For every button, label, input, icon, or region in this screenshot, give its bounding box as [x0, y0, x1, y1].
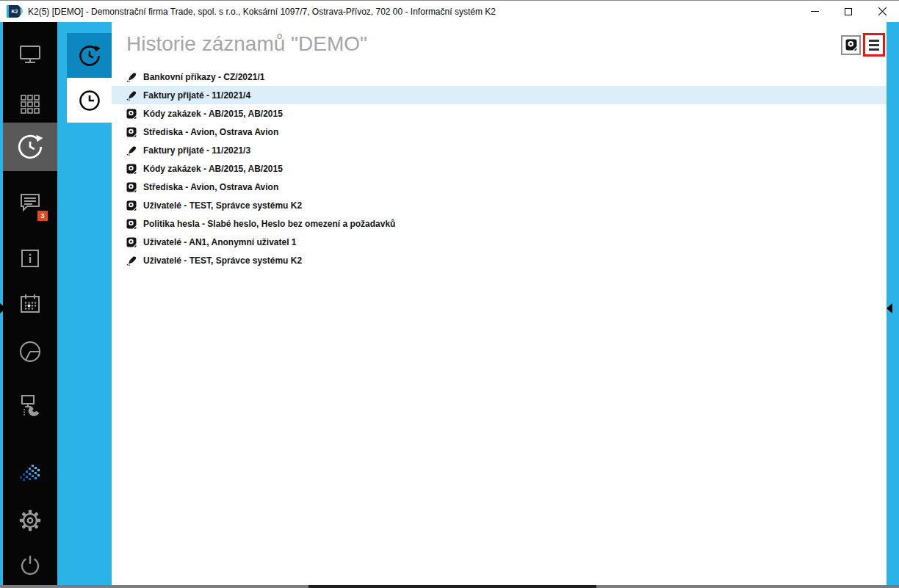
pencil-icon: [126, 145, 137, 156]
record-type-icon: [126, 255, 137, 266]
info-icon: [19, 247, 41, 269]
record-label: Faktury přijaté - 11/2021/4: [143, 90, 250, 101]
menu-button-highlighted[interactable]: [863, 33, 885, 57]
close-button[interactable]: [865, 1, 899, 22]
sidebar-item-calendar[interactable]: [3, 288, 57, 320]
titlebar: K2 K2(5) [DEMO] - Demonstrační firma Tra…: [0, 0, 899, 22]
k2-window: K2 K2(5) [DEMO] - Demonstrační firma Tra…: [0, 0, 899, 588]
monitor-icon: [18, 43, 42, 65]
history-record-row[interactable]: Bankovní příkazy - CZ/2021/1: [112, 68, 887, 86]
minimize-icon: [811, 11, 819, 12]
history-record-row[interactable]: Uživatelé - TEST, Správce systému K2: [112, 196, 887, 214]
record-type-icon: [126, 219, 137, 229]
history-clock-icon: [15, 132, 45, 161]
pencil-icon: [126, 72, 137, 82]
record-label: Uživatelé - AN1, Anonymní uživatel 1: [143, 237, 297, 247]
sparkle-icon: [18, 464, 42, 483]
window-title: K2(5) [DEMO] - Demonstrační firma Trade,…: [28, 7, 496, 17]
hamburger-icon: [869, 40, 879, 42]
record-actions-button[interactable]: [841, 35, 861, 55]
record-type-icon: [126, 90, 137, 101]
history-record-row[interactable]: Střediska - Avion, Ostrava Avion: [112, 123, 887, 141]
record-type-icon: [126, 200, 137, 211]
records-list: Bankovní příkazy - CZ/2021/1 Faktury při…: [112, 68, 887, 269]
record-type-icon: [126, 237, 137, 247]
bottom-window-edge: [0, 585, 899, 588]
sidebar-item-reports[interactable]: [3, 335, 57, 368]
messages-count-badge: 3: [37, 211, 48, 221]
record-label: Politika hesla - Slabé heslo, Heslo bez …: [143, 219, 395, 229]
main-content: Historie záznamů "DEMO": [112, 22, 887, 585]
record-label: Kódy zakázek - AB/2015, AB/2015: [143, 164, 283, 174]
workstation-phone-icon: [18, 393, 43, 418]
record-label: Bankovní příkazy - CZ/2021/1: [143, 72, 264, 82]
history-record-row[interactable]: Uživatelé - AN1, Anonymní uživatel 1: [112, 233, 887, 251]
taskbar-peek: [308, 585, 596, 588]
secondary-sidebar: [57, 22, 112, 585]
history-clock-icon: [77, 43, 102, 68]
close-icon: [878, 7, 887, 16]
sidebar-item-phone[interactable]: [3, 389, 57, 421]
sidebar-item-information[interactable]: [3, 242, 57, 275]
calendar-icon: [18, 292, 42, 316]
power-icon: [18, 553, 43, 578]
history-record-row[interactable]: Uživatelé - TEST, Správce systému K2: [112, 251, 887, 269]
record-label: Uživatelé - TEST, Správce systému K2: [143, 255, 302, 266]
record-label: Střediska - Avion, Ostrava Avion: [143, 182, 278, 192]
app-body: 3: [0, 22, 899, 585]
sidebar-item-messages[interactable]: 3: [3, 186, 57, 219]
record-icon: [126, 109, 137, 119]
subsidebar-item-recent[interactable]: [67, 78, 112, 123]
record-label: Kódy zakázek - AB/2015, AB/2015: [143, 109, 283, 119]
record-type-icon: [126, 127, 137, 137]
minimize-button[interactable]: [798, 1, 831, 22]
sidebar-item-desktop[interactable]: [3, 38, 57, 70]
pie-chart-icon: [18, 339, 43, 364]
subsidebar-item-record-history[interactable]: [67, 33, 112, 78]
clock-icon: [78, 89, 101, 112]
history-record-row[interactable]: Kódy zakázek - AB/2015, AB/2015: [112, 159, 887, 178]
pencil-icon: [126, 90, 137, 101]
gear-icon: [18, 508, 43, 533]
record-icon: [126, 237, 137, 247]
record-label: Uživatelé - TEST, Správce systému K2: [143, 200, 302, 211]
history-record-row[interactable]: Kódy zakázek - AB/2015, AB/2015: [112, 104, 887, 123]
history-record-row[interactable]: Faktury přijaté - 11/2021/3: [112, 141, 887, 159]
maximize-button[interactable]: [831, 1, 865, 22]
window-controls: [798, 1, 899, 22]
pencil-icon: [126, 255, 137, 266]
history-record-row[interactable]: Střediska - Avion, Ostrava Avion: [112, 178, 887, 196]
record-type-icon: [126, 145, 137, 156]
header-toolbar: [841, 33, 885, 57]
sidebar-item-power[interactable]: [3, 549, 57, 581]
right-edge-arrow-icon[interactable]: [887, 303, 892, 313]
record-icon: [126, 219, 137, 229]
maximize-icon: [845, 8, 852, 15]
record-label: Faktury přijaté - 11/2021/3: [143, 145, 250, 156]
record-type-icon: [126, 182, 137, 192]
sidebar-item-history[interactable]: [3, 123, 57, 171]
page-title: Historie záznamů "DEMO": [126, 32, 367, 56]
record-icon: [126, 164, 137, 174]
record-icon: [845, 39, 857, 51]
sidebar-item-k2-sparkle[interactable]: [3, 457, 57, 490]
record-label: Střediska - Avion, Ostrava Avion: [143, 127, 278, 137]
record-icon: [126, 182, 137, 192]
sidebar-item-modules[interactable]: [3, 88, 57, 120]
k2-app-icon: K2: [7, 5, 21, 18]
primary-sidebar: 3: [3, 22, 57, 585]
record-icon: [126, 127, 137, 137]
record-type-icon: [126, 72, 137, 82]
history-record-row[interactable]: Faktury přijaté - 11/2021/4: [112, 86, 887, 104]
apps-grid-icon: [19, 93, 41, 115]
k2-logo-badge: K2: [9, 5, 21, 18]
record-icon: [126, 200, 137, 211]
sidebar-item-settings[interactable]: [3, 504, 57, 537]
record-type-icon: [126, 109, 137, 119]
right-window-edge: [887, 22, 899, 585]
history-record-row[interactable]: Politika hesla - Slabé heslo, Heslo bez …: [112, 214, 887, 233]
record-type-icon: [126, 164, 137, 174]
